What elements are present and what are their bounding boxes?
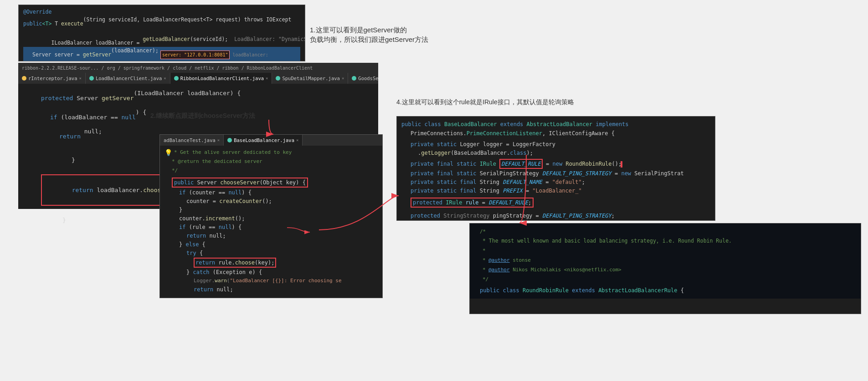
tab-ribbonloadbalancerclient[interactable]: RibbonLoadBalancerClient.java ×	[170, 73, 272, 84]
annotation-2: 2.继续断点跟进到chooseServer方法	[150, 112, 255, 121]
top-code-panel: @Override public <T> T execute(String se…	[18, 5, 305, 61]
tab-spudetailmapper[interactable]: SpuDetailMapper.java ×	[272, 73, 348, 84]
tab-goodsservice[interactable]: GoodsService.java ×	[348, 73, 378, 84]
main-tab-bar[interactable]: rInterceptor.java × LoadBalancerClient.j…	[18, 73, 378, 84]
base-loadbalancer-panel: public class BaseLoadBalancer extends Ab…	[396, 116, 715, 221]
tab-adbalancetest[interactable]: adBalanceTest.java ×	[160, 135, 224, 146]
breadcrumb-bar: ribbon-2.2.2.RELEASE-sour... / org / spr…	[18, 63, 378, 73]
choose-server-panel: adBalanceTest.java × BaseLoadBalancer.ja…	[159, 134, 383, 298]
tab-loadbalancerclient[interactable]: LoadBalancerClient.java ×	[86, 73, 170, 84]
round-robin-panel: /* * The most well known and basic load …	[469, 223, 861, 314]
annotation-1: 1.这里可以看到是getServer做的 负载均衡，所以我们跟进getServe…	[310, 25, 428, 44]
tab-baseloadbalancer[interactable]: BaseLoadBalancer.java ×	[224, 135, 303, 146]
tab-rinterceptor[interactable]: rInterceptor.java ×	[18, 73, 86, 84]
choose-tab-bar[interactable]: adBalanceTest.java × BaseLoadBalancer.ja…	[160, 135, 382, 146]
annotation-4: 4.这里就可以看到这个rule就是IRule接口，其默认值是轮询策略	[396, 98, 624, 107]
